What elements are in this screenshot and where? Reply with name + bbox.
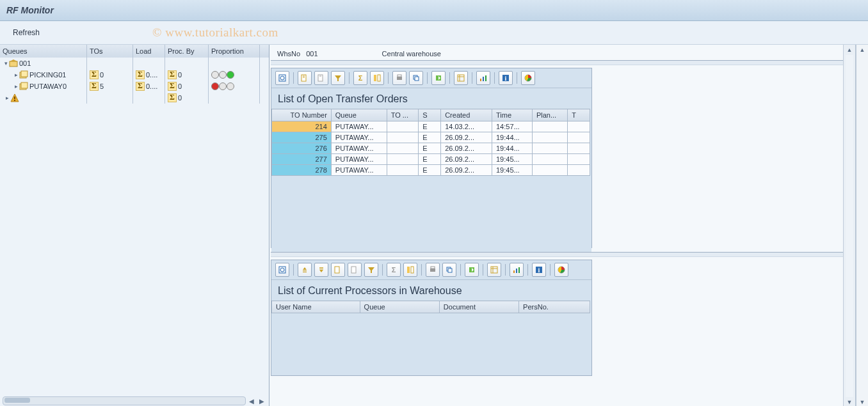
tree-node-picking01[interactable]: ▸ PICKING01 Σ0 Σ0.... Σ0 [0,69,269,81]
scroll-down-icon[interactable]: ▼ [856,397,868,406]
info-button[interactable]: i [532,263,546,277]
orders-table[interactable]: TO Number Queue TO ... S Created Time Pl… [271,109,590,176]
col-queue[interactable]: Queue [331,109,387,121]
cell[interactable] [532,165,567,176]
col-tos[interactable]: TOs [87,45,133,58]
table-row[interactable]: 214PUTAWAY...E14.03.2...14:57... [272,121,590,132]
cell[interactable]: 277 [272,154,332,165]
window-scrollbar[interactable]: ▲ ▼ [856,45,868,406]
cell[interactable]: 14:57... [492,121,532,132]
cell[interactable]: 214 [272,121,332,132]
expand-icon[interactable]: ▸ [4,95,10,101]
cell[interactable] [532,154,567,165]
cell[interactable] [568,132,590,143]
pane-separator[interactable] [271,60,854,65]
col-s[interactable]: S [419,109,441,121]
views-button[interactable] [442,263,456,277]
subtotal-button[interactable] [370,71,384,85]
cell[interactable]: E [419,143,441,154]
col-to[interactable]: TO ... [387,109,419,121]
cell[interactable] [568,165,590,176]
layout-button[interactable] [487,263,501,277]
expand-collapse-icon[interactable]: ▾ [3,60,9,66]
cell[interactable] [387,165,419,176]
cell[interactable]: 19:44... [492,132,532,143]
cell[interactable]: 26.09.2... [441,154,492,165]
details-button[interactable] [275,71,289,85]
cell[interactable] [568,121,590,132]
col-queues[interactable]: Queues [0,45,87,58]
cell[interactable]: E [419,154,441,165]
tree-node-putaway[interactable]: ▸ PUTAWAY0 Σ5 Σ0.... Σ0 [0,81,269,92]
find-next-button[interactable] [348,263,362,277]
refresh-button[interactable]: Refresh [6,26,46,40]
cell[interactable] [532,143,567,154]
col-plan[interactable]: Plan... [532,109,567,121]
col-persno[interactable]: PersNo. [519,301,590,313]
cell[interactable] [532,121,567,132]
sort-desc-button[interactable] [314,263,328,277]
processors-table[interactable]: User Name Queue Document PersNo. [271,301,590,313]
col-username[interactable]: User Name [272,301,360,313]
expand-icon[interactable]: ▸ [13,72,19,78]
expand-icon[interactable]: ▸ [13,83,19,90]
cell[interactable] [387,121,419,132]
info-button[interactable]: i [499,71,513,85]
col-to-number[interactable]: TO Number [272,109,332,121]
cell[interactable]: 19:44... [492,143,532,154]
scroll-track[interactable] [3,396,246,405]
cell[interactable]: 26.09.2... [441,165,492,176]
cell[interactable]: 26.09.2... [441,143,492,154]
cell[interactable]: PUTAWAY... [331,154,387,165]
cell[interactable]: 19:45... [492,154,532,165]
cell[interactable]: 14.03.2... [441,121,492,132]
cell[interactable]: E [419,121,441,132]
cell[interactable]: PUTAWAY... [331,121,387,132]
abc-button[interactable] [521,71,535,85]
col-document[interactable]: Document [439,301,518,313]
abc-button[interactable] [554,263,568,277]
col-procby[interactable]: Proc. By [165,45,209,58]
cell[interactable]: PUTAWAY... [331,132,387,143]
details-button[interactable] [275,263,289,277]
graphic-button[interactable] [510,263,524,277]
cell[interactable]: 275 [272,132,332,143]
col-load[interactable]: Load [133,45,165,58]
table-row[interactable]: 278PUTAWAY...E26.09.2...19:45... [272,165,590,176]
col-proportion[interactable]: Proportion [209,45,260,58]
col-time[interactable]: Time [492,109,532,121]
col-created[interactable]: Created [441,109,492,121]
pane-separator[interactable] [271,252,854,257]
table-row[interactable]: 277PUTAWAY...E26.09.2...19:45... [272,154,590,165]
subtotal-button[interactable] [403,263,417,277]
cell[interactable] [387,143,419,154]
graphic-button[interactable] [476,71,490,85]
cell[interactable] [532,132,567,143]
scroll-down-icon[interactable]: ▼ [844,397,855,406]
sort-asc-button[interactable] [298,263,312,277]
cell[interactable]: PUTAWAY... [331,143,387,154]
find-button[interactable] [298,71,312,85]
layout-button[interactable] [454,71,468,85]
cell[interactable]: 278 [272,165,332,176]
print-button[interactable] [392,71,406,85]
cell[interactable]: 276 [272,143,332,154]
tree-node-warning[interactable]: ▸ Σ0 [0,92,269,104]
cell[interactable] [387,154,419,165]
col-t[interactable]: T [568,109,590,121]
filter-button[interactable] [331,71,345,85]
total-button[interactable]: Σ [387,263,401,277]
cell[interactable] [568,143,590,154]
col-queue[interactable]: Queue [360,301,439,313]
table-row[interactable]: 276PUTAWAY...E26.09.2...19:44... [272,143,590,154]
scroll-up-icon[interactable]: ▲ [844,45,855,55]
scroll-left-icon[interactable]: ◀ [247,396,256,405]
cell[interactable]: PUTAWAY... [331,165,387,176]
right-pane-scrollbar[interactable]: ▲ ▼ [843,45,855,406]
cell[interactable] [387,132,419,143]
cell[interactable]: 19:45... [492,165,532,176]
table-row[interactable]: 275PUTAWAY...E26.09.2...19:44... [272,132,590,143]
export-button[interactable] [431,71,446,85]
cell[interactable]: E [419,132,441,143]
scroll-up-icon[interactable]: ▲ [856,45,868,55]
